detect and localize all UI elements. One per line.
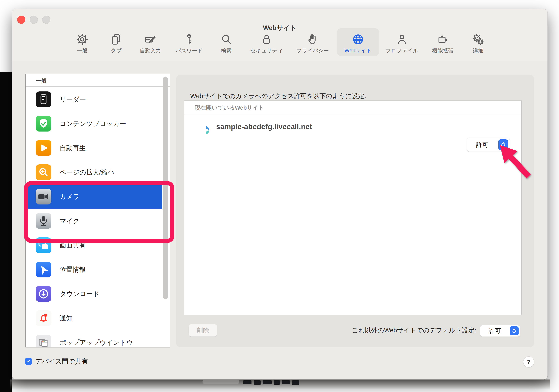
share-across-devices-checkbox[interactable]: [25, 358, 32, 365]
sidebar-item-label: ポップアップウインドウ: [60, 330, 133, 347]
bell-icon: [36, 310, 51, 326]
shield-check-icon: [36, 116, 51, 132]
globe-icon: [337, 33, 379, 46]
sidebar-item-label: 位置情報: [60, 257, 86, 282]
toolbar-item-advanced[interactable]: 詳細: [461, 28, 495, 56]
safari-preferences-window: Webサイト 一般タブ自動入力パスワード検索セキュリティプライバシーWebサイト…: [12, 9, 548, 380]
toolbar-item-search[interactable]: 検索: [209, 28, 243, 56]
close-button[interactable]: [17, 16, 25, 24]
zoom-plus-icon: [36, 164, 51, 180]
panel-heading: Webサイトでのカメラへのアクセス許可を以下のように設定:: [190, 92, 366, 100]
default-permission-value: 許可: [480, 325, 509, 337]
help-button[interactable]: ?: [523, 356, 534, 367]
sidebar-item-page-zoom[interactable]: ページの拡大/縮小: [26, 160, 162, 184]
share-across-devices-label: デバイス間で共有: [35, 356, 88, 366]
toolbar-item-autofill[interactable]: 自動入力: [133, 28, 168, 56]
toolbar-item-extensions[interactable]: 機能拡張: [426, 28, 460, 56]
toolbar-item-label: 検索: [204, 47, 249, 54]
toolbar-item-label: セキュリティ: [244, 47, 289, 54]
background-clipped-text: [243, 380, 300, 385]
toolbar-item-passwords[interactable]: パスワード: [172, 28, 206, 56]
lock-icon: [250, 33, 284, 46]
sidebar-item-location[interactable]: 位置情報: [26, 257, 162, 282]
gears-icon: [461, 33, 495, 46]
default-setting-label: これ以外のWebサイトでのデフォルト設定:: [279, 324, 476, 337]
sidebar-item-label: 自動再生: [60, 136, 86, 160]
location-arrow-icon: [36, 262, 51, 277]
websites-list: 現在開いているWebサイト sample-abcdefg.livecall.ne…: [184, 100, 522, 315]
gear-icon: [65, 33, 99, 46]
background-clipped-element: [203, 380, 239, 384]
hand-icon: [296, 33, 330, 46]
camera-mic-highlight-box: [24, 181, 174, 243]
reader-icon: [36, 91, 51, 107]
sidebar-item-label: ページの拡大/縮小: [60, 160, 114, 184]
background-dark-strip: [0, 72, 12, 392]
screenshot-stage: Webサイト 一般タブ自動入力パスワード検索セキュリティプライバシーWebサイト…: [0, 0, 559, 392]
zoom-button[interactable]: [42, 16, 50, 24]
camera-settings-panel: Webサイトでのカメラへのアクセス許可を以下のように設定: 現在開いているWeb…: [176, 75, 534, 347]
default-permission-dropdown[interactable]: 許可: [480, 325, 520, 337]
annotation-arrow: [495, 142, 534, 182]
toolbar-item-profiles[interactable]: プロファイル: [385, 28, 419, 56]
sidebar-section-label: 一般: [36, 77, 47, 85]
sidebar-item-notifications[interactable]: 通知: [26, 306, 162, 330]
sidebar-item-pop-up-windows[interactable]: ポップアップウインドウ: [26, 330, 162, 347]
search-icon: [209, 33, 243, 46]
toolbar-item-privacy[interactable]: プライバシー: [296, 28, 330, 56]
minimize-button[interactable]: [30, 16, 38, 24]
site-domain: sample-abcdefg.livecall.net: [216, 122, 312, 131]
toolbar-item-security[interactable]: セキュリティ: [250, 28, 284, 56]
sidebar-item-auto-play[interactable]: 自動再生: [26, 136, 162, 160]
person-icon: [385, 33, 419, 46]
site-permission-value: 許可: [467, 138, 498, 152]
chevron-up-down-icon: [510, 326, 519, 335]
sidebar-divider: [26, 86, 170, 87]
toolbar-item-label: 自動入力: [128, 47, 173, 54]
puzzle-icon: [426, 33, 460, 46]
toolbar-item-label: プライバシー: [290, 47, 335, 54]
list-section-header: 現在開いているWebサイト: [195, 104, 264, 112]
website-row[interactable]: sample-abcdefg.livecall.net 許可: [184, 115, 522, 142]
toolbar-divider: [12, 61, 548, 61]
popup-window-icon: [36, 335, 51, 347]
tabs-icon: [99, 33, 133, 46]
key-icon: [172, 33, 206, 46]
toolbar-item-websites[interactable]: Webサイト: [337, 28, 379, 56]
sidebar-item-content-blockers[interactable]: コンテンツブロッカー: [26, 111, 162, 136]
site-favicon-icon: [205, 126, 211, 135]
sidebar-item-downloads[interactable]: ダウンロード: [26, 282, 162, 306]
sidebar-item-label: ダウンロード: [60, 282, 99, 306]
play-icon: [36, 140, 51, 156]
toolbar-item-label: 詳細: [456, 47, 500, 54]
toolbar-item-label: Webサイト: [332, 47, 384, 54]
sidebar-item-label: リーダー: [60, 87, 86, 111]
sidebar-item-reader[interactable]: リーダー: [26, 87, 162, 111]
delete-button[interactable]: 削除: [189, 324, 217, 337]
sidebar-item-label: コンテンツブロッカー: [60, 111, 126, 136]
sidebar-item-label: 通知: [60, 306, 73, 330]
toolbar-item-label: プロファイル: [380, 47, 424, 54]
download-icon: [36, 286, 51, 302]
autofill-icon: [133, 33, 168, 46]
